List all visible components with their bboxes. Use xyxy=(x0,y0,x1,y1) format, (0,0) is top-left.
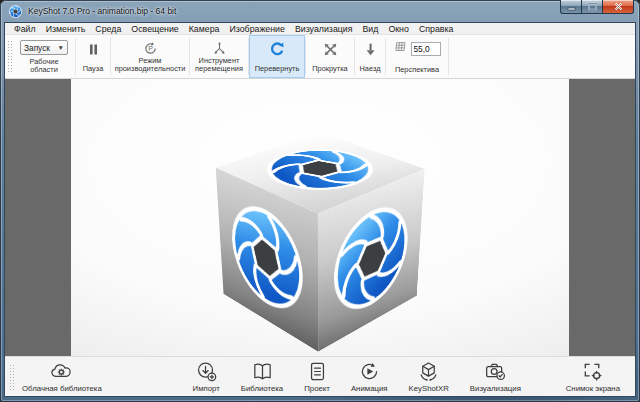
toolbar-drag-handle[interactable] xyxy=(7,39,12,74)
perspective-input[interactable] xyxy=(411,42,441,56)
library-icon xyxy=(251,360,274,383)
close-button[interactable] xyxy=(603,0,634,14)
perspective-icon xyxy=(394,40,408,58)
canvas-area xyxy=(5,79,635,356)
menu-window[interactable]: Окно xyxy=(384,24,412,34)
render-viewport[interactable] xyxy=(71,79,569,356)
menu-image[interactable]: Изображение xyxy=(225,24,288,34)
svg-text:P: P xyxy=(148,45,153,52)
workspace-label: Рабочие области xyxy=(17,58,71,75)
menu-edit[interactable]: Изменить xyxy=(42,24,90,34)
import-button[interactable]: Импорт xyxy=(186,360,227,393)
tumble-icon xyxy=(269,41,285,57)
workspace-dropdown[interactable]: Запуск ▼ xyxy=(20,40,68,55)
keyshotxr-button[interactable]: KeyShotXR xyxy=(402,360,456,393)
keyshot-logo-cube xyxy=(272,149,375,322)
render-icon xyxy=(484,360,507,383)
cloud-library-icon xyxy=(50,360,73,383)
perspective-section: Перспектива xyxy=(386,35,448,78)
animation-icon xyxy=(358,360,381,383)
cloud-library-button[interactable]: Облачная библиотека xyxy=(15,360,109,393)
animation-button[interactable]: Анимация xyxy=(344,360,395,393)
menu-camera[interactable]: Камера xyxy=(185,24,224,34)
minimize-button[interactable] xyxy=(560,0,581,14)
dolly-icon xyxy=(363,41,378,57)
chevron-down-icon: ▼ xyxy=(58,44,64,51)
move-tool-icon xyxy=(212,41,227,57)
keyshotxr-icon xyxy=(417,360,440,383)
render-button[interactable]: Визуализация xyxy=(463,360,528,393)
workspace-dropdown-value: Запуск xyxy=(24,43,50,53)
screenshot-button[interactable]: Снимок экрана xyxy=(559,360,627,393)
main-toolbar: Запуск ▼ Рабочие области Пауза P xyxy=(5,35,635,79)
close-icon xyxy=(614,2,623,11)
menu-lighting[interactable]: Освещение xyxy=(127,24,182,34)
project-button[interactable]: Проект xyxy=(297,360,337,393)
minimize-icon xyxy=(567,3,576,11)
maximize-button[interactable] xyxy=(581,0,603,14)
workspace-section: Запуск ▼ Рабочие области xyxy=(13,35,75,78)
project-icon xyxy=(306,360,329,383)
menubar: Файл Изменить Среда Освещение Камера Изо… xyxy=(5,23,635,35)
menu-help[interactable]: Справка xyxy=(415,24,458,34)
dolly-button[interactable]: Наезд xyxy=(355,35,385,78)
performance-mode-button[interactable]: P Режим производительности xyxy=(111,35,189,78)
performance-mode-icon: P xyxy=(143,41,158,57)
move-tool-button[interactable]: Инструмент перемещения xyxy=(190,35,248,78)
maximize-icon xyxy=(588,2,597,11)
library-button[interactable]: Библиотека xyxy=(234,360,290,393)
import-icon xyxy=(195,360,218,383)
pause-button[interactable]: Пауза xyxy=(76,35,110,78)
keyshot-aperture-logo xyxy=(253,144,392,197)
window-controls xyxy=(560,0,634,14)
pause-icon xyxy=(87,41,100,57)
menu-file[interactable]: Файл xyxy=(10,24,40,34)
app-content: Файл Изменить Среда Освещение Камера Изо… xyxy=(4,22,636,397)
window-title: KeyShot 7.0 Pro - animation.bip - 64 bit xyxy=(28,6,176,16)
menu-render[interactable]: Визуализация xyxy=(291,24,357,34)
menu-view[interactable]: Вид xyxy=(359,24,383,34)
keyshot-app-icon xyxy=(9,5,22,18)
menu-environment[interactable]: Среда xyxy=(91,24,125,34)
pan-button[interactable]: Прокрутка xyxy=(306,35,354,78)
perspective-label: Перспектива xyxy=(395,66,439,75)
screenshot-icon xyxy=(581,360,604,383)
titlebar[interactable]: KeyShot 7.0 Pro - animation.bip - 64 bit xyxy=(0,0,640,22)
toolbar-separator xyxy=(448,38,449,75)
pan-icon xyxy=(323,41,338,57)
toolbar-drag-handle[interactable] xyxy=(9,363,14,391)
tumble-button[interactable]: Перевернуть xyxy=(249,35,305,78)
keyshot-window: KeyShot 7.0 Pro - animation.bip - 64 bit… xyxy=(0,0,640,402)
bottom-toolbar: Облачная библиотека Импорт xyxy=(5,356,635,396)
